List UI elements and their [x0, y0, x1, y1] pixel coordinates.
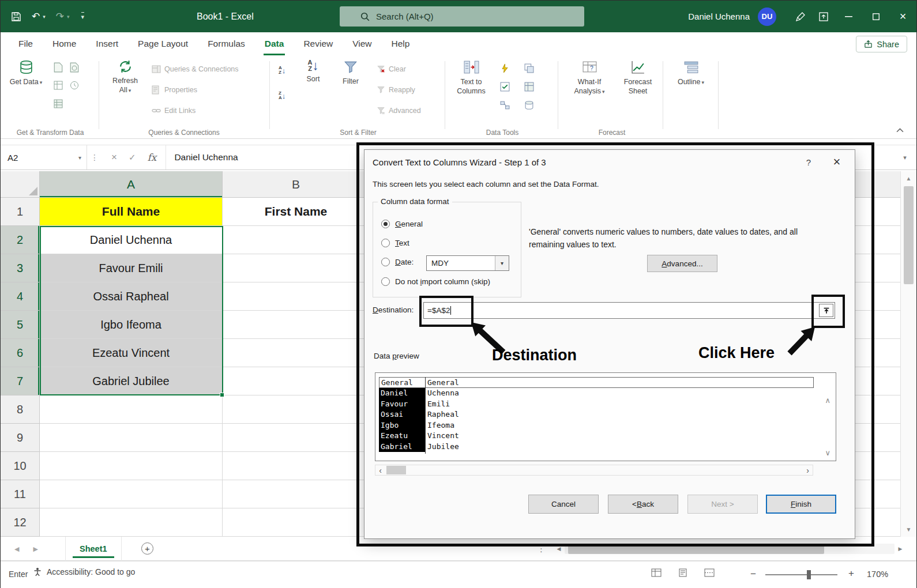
tab-bar-splitter[interactable]: ⋮ — [537, 544, 546, 554]
existing-connections-button[interactable] — [54, 99, 63, 108]
cell-B3[interactable] — [223, 254, 370, 282]
radio-skip-circle[interactable] — [381, 277, 390, 286]
cell-A1[interactable]: Full Name — [40, 198, 223, 226]
preview-col1-cell[interactable]: Igbo — [379, 420, 425, 431]
preview-col2-cell[interactable]: Emili — [427, 399, 814, 410]
preview-col1-header[interactable]: General — [379, 377, 426, 388]
preview-col2-header[interactable]: General — [425, 377, 814, 388]
user-name[interactable]: Daniel Uchenna — [688, 12, 750, 21]
maximize-button[interactable] — [862, 1, 889, 32]
cell-B5[interactable] — [223, 311, 370, 339]
row-header-7[interactable]: 7 — [1, 367, 40, 395]
scroll-down-icon[interactable]: ▼ — [901, 526, 916, 533]
consolidate-button[interactable] — [524, 82, 534, 92]
row-header-1[interactable]: 1 — [1, 198, 40, 226]
column-header-A[interactable]: A — [40, 171, 223, 197]
page-break-view-icon[interactable] — [704, 568, 715, 577]
relationships-button[interactable] — [500, 100, 510, 110]
scroll-right-icon[interactable]: ▶ — [895, 542, 906, 555]
radio-general-circle[interactable] — [381, 220, 390, 228]
queries-connections-button[interactable]: Queries & Connections — [152, 65, 239, 74]
outline-button[interactable]: Outline▾ — [674, 59, 708, 87]
accessibility-checker[interactable]: Accessibility: Good to go — [33, 567, 135, 576]
refresh-all-button[interactable]: Refresh All▾ — [107, 59, 144, 95]
preview-col2-cell[interactable]: Rapheal — [427, 409, 814, 420]
cell-A12[interactable] — [40, 508, 223, 537]
avatar[interactable]: DU — [758, 7, 776, 26]
preview-scroll-up-icon[interactable]: ∧ — [825, 396, 830, 405]
row-header-12[interactable]: 12 — [1, 508, 40, 537]
cell-A2[interactable]: Daniel Uchenna — [40, 226, 223, 254]
data-validation-button[interactable] — [500, 82, 510, 92]
cell-A9[interactable] — [40, 424, 223, 452]
ribbon-display-options-button[interactable] — [812, 1, 835, 32]
expand-formula-bar-icon[interactable]: ▾ — [893, 145, 916, 169]
horizontal-scrollbar[interactable]: ◀ ▶ — [553, 542, 906, 555]
name-box-dropdown-icon[interactable]: ▾ — [78, 154, 81, 161]
row-header-2[interactable]: 2 — [1, 226, 40, 254]
sort-ascending-button[interactable]: AZ↓ — [279, 66, 285, 75]
row-header-11[interactable]: 11 — [1, 480, 40, 508]
preview-scroll-right-icon[interactable]: › — [803, 465, 813, 475]
name-box[interactable]: A2 ▾ — [1, 145, 87, 169]
zoom-in-button[interactable]: + — [848, 568, 854, 579]
cancel-entry-icon[interactable]: × — [111, 152, 117, 163]
preview-col1-cell[interactable]: Ossai — [379, 409, 425, 420]
row-header-5[interactable]: 5 — [1, 311, 40, 339]
save-button[interactable] — [11, 12, 21, 22]
new-sheet-button[interactable]: + — [141, 542, 153, 555]
normal-view-icon[interactable] — [651, 568, 662, 577]
vertical-scrollbar[interactable]: ▲ ▼ — [900, 171, 916, 537]
destination-input[interactable]: =$A$2 — [423, 302, 835, 319]
preview-col2-cell[interactable]: Vincent — [427, 431, 814, 442]
cell-B4[interactable] — [223, 282, 370, 311]
radio-general[interactable]: General — [381, 219, 423, 229]
select-all-corner[interactable] — [1, 171, 40, 197]
formula-bar-splitter[interactable]: ⋮ — [87, 145, 102, 169]
row-header-10[interactable]: 10 — [1, 452, 40, 480]
preview-col2-cell[interactable]: Jubilee — [427, 442, 814, 453]
collapse-dialog-button[interactable] — [819, 304, 833, 317]
cell-A7[interactable]: Gabriel Jubilee — [40, 367, 223, 395]
cell-A5[interactable]: Igbo Ifeoma — [40, 311, 223, 339]
confirm-entry-icon[interactable]: ✓ — [129, 152, 136, 163]
forecast-sheet-button[interactable]: Forecast Sheet — [619, 59, 657, 96]
cell-A10[interactable] — [40, 452, 223, 480]
cell-B11[interactable] — [223, 480, 370, 508]
recent-sources-button[interactable] — [70, 81, 79, 90]
preview-scroll-left-icon[interactable]: ‹ — [375, 465, 385, 475]
flash-fill-button[interactable] — [500, 63, 510, 73]
cell-B10[interactable] — [223, 452, 370, 480]
preview-horizontal-scrollbar[interactable]: ‹ › — [375, 465, 813, 476]
dialog-help-button[interactable]: ? — [798, 150, 819, 174]
cell-B6[interactable] — [223, 339, 370, 367]
cell-B8[interactable] — [223, 395, 370, 424]
zoom-slider-thumb[interactable] — [807, 570, 811, 579]
zoom-out-button[interactable]: − — [750, 568, 756, 580]
fill-handle[interactable] — [220, 393, 224, 397]
cell-A11[interactable] — [40, 480, 223, 508]
advanced-button[interactable]: Advanced... — [647, 255, 717, 272]
row-header-4[interactable]: 4 — [1, 282, 40, 311]
preview-scroll-down-icon[interactable]: ∨ — [825, 448, 830, 457]
scroll-up-icon[interactable]: ▲ — [901, 175, 916, 182]
cell-B9[interactable] — [223, 424, 370, 452]
horizontal-scroll-thumb[interactable] — [568, 544, 824, 554]
what-if-analysis-button[interactable]: ? What-If Analysis▾ — [567, 59, 612, 96]
preview-col1-cell[interactable]: Daniel — [379, 388, 425, 399]
preview-col1-cell[interactable]: Gabriel — [379, 442, 425, 453]
radio-text-circle[interactable] — [381, 239, 390, 247]
minimize-button[interactable] — [835, 1, 862, 32]
cell-B12[interactable] — [223, 508, 370, 537]
next-sheet-icon[interactable]: ▶ — [33, 545, 37, 553]
next-button[interactable]: Next > — [687, 495, 758, 514]
finish-button[interactable]: Finish — [766, 495, 836, 514]
row-header-8[interactable]: 8 — [1, 395, 40, 424]
remove-duplicates-button[interactable] — [524, 63, 534, 73]
scroll-left-icon[interactable]: ◀ — [553, 542, 565, 555]
reapply-filter-button[interactable]: Reapply — [377, 85, 415, 94]
cell-A6[interactable]: Ezeatu Vincent — [40, 339, 223, 367]
sort-descending-button[interactable]: ZA↓ — [279, 91, 285, 100]
share-button[interactable]: Share — [856, 36, 907, 52]
insert-function-button[interactable]: fx — [148, 152, 157, 163]
